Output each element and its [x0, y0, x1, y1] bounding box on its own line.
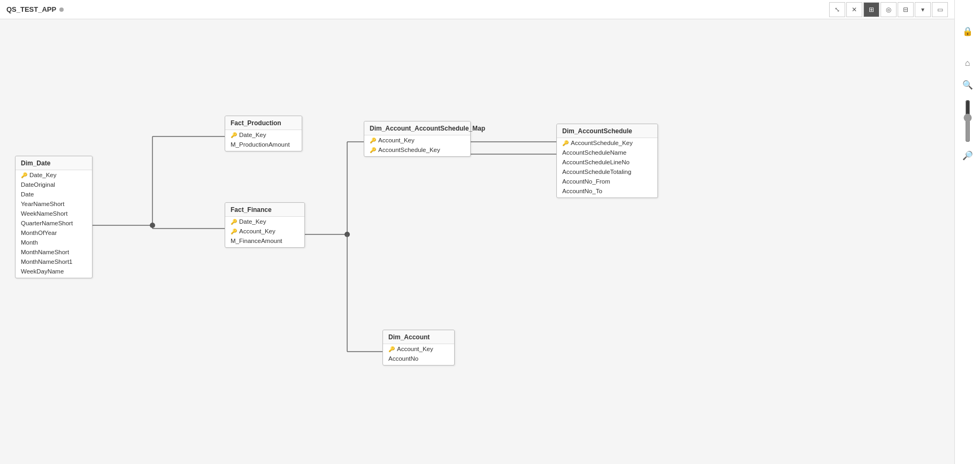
field-monthnameshort: MonthNameShort: [16, 247, 92, 257]
zoom-slider-container: [962, 100, 973, 142]
dim-account-schedule-header: Dim_AccountSchedule: [557, 124, 657, 138]
field-ff-account-key: 🔑 Account_Key: [225, 226, 304, 236]
dim-date-header: Dim_Date: [16, 156, 92, 170]
field-quarternameshort: QuarterNameShort: [16, 218, 92, 228]
lock-icon[interactable]: 🔒: [959, 22, 976, 40]
toolbar-right: ⤡ ✕ ⊞ ◎ ⊟ ▾ ▭: [829, 0, 948, 19]
app-title: QS_TEST_APP: [6, 5, 64, 13]
field-das-accountno-from: AccountNo_From: [557, 177, 657, 186]
layout-dropdown-button[interactable]: ▾: [915, 2, 931, 17]
field-das-schedule-lineno: AccountScheduleLineNo: [557, 157, 657, 167]
table-fact-production[interactable]: Fact_Production 🔑 Date_Key M_ProductionA…: [225, 116, 302, 151]
field-weeknameshort: WeekNameShort: [16, 209, 92, 218]
key-icon-fp: 🔑: [231, 132, 237, 138]
key-icon-da: 🔑: [388, 346, 395, 352]
right-sidebar: 🔒 ⌂ 🔍 🔎: [954, 0, 980, 464]
layout-button[interactable]: ⊟: [898, 2, 914, 17]
zoom-slider[interactable]: [962, 100, 973, 142]
field-das-schedule-totaling: AccountScheduleTotaling: [557, 167, 657, 177]
window-button[interactable]: ▭: [932, 2, 948, 17]
node-button[interactable]: ◎: [881, 2, 897, 17]
field-da-accountno: AccountNo: [383, 354, 454, 365]
app-title-dot: [59, 7, 64, 12]
zoom-in-icon[interactable]: 🔍: [959, 76, 976, 93]
field-das-schedule-name: AccountScheduleName: [557, 148, 657, 157]
dim-account-map-header: Dim_Account_AccountSchedule_Map: [364, 121, 470, 135]
field-monthnameshort1: MonthNameShort1: [16, 257, 92, 267]
home-icon[interactable]: ⌂: [959, 55, 976, 72]
key-icon-ff2: 🔑: [231, 229, 237, 234]
field-month: Month: [16, 238, 92, 247]
field-das-schedule-key: 🔑 AccountSchedule_Key: [557, 138, 657, 148]
table-dim-account-schedule[interactable]: Dim_AccountSchedule 🔑 AccountSchedule_Ke…: [556, 124, 658, 198]
field-ff-finance-amount: M_FinanceAmount: [225, 236, 304, 247]
key-icon-das: 🔑: [562, 140, 569, 146]
field-yearnameshort: YearNameShort: [16, 199, 92, 209]
svg-point-5: [150, 223, 155, 228]
field-fp-production-amount: M_ProductionAmount: [225, 140, 302, 151]
field-dam-schedule-key: 🔑 AccountSchedule_Key: [364, 145, 470, 156]
field-weekdayname: WeekDayName: [16, 267, 92, 278]
fact-finance-header: Fact_Finance: [225, 203, 304, 217]
connections-svg: [0, 19, 954, 464]
grid-button[interactable]: ⊞: [863, 2, 879, 17]
field-ff-date-key: 🔑 Date_Key: [225, 217, 304, 226]
dim-account-header: Dim_Account: [383, 330, 454, 344]
key-icon: 🔑: [21, 172, 27, 178]
zoom-out-icon[interactable]: 🔎: [959, 147, 976, 164]
field-dam-account-key: 🔑 Account_Key: [364, 135, 470, 145]
field-da-account-key: 🔑 Account_Key: [383, 344, 454, 354]
key-icon-ff1: 🔑: [231, 219, 237, 225]
topbar: QS_TEST_APP ⤡ ✕ ⊞ ◎ ⊟ ▾ ▭: [0, 0, 980, 19]
key-icon-dam1: 🔑: [370, 138, 376, 143]
table-dim-account[interactable]: Dim_Account 🔑 Account_Key AccountNo: [382, 330, 455, 366]
canvas: Dim_Date 🔑 Date_Key DateOriginal Date Ye…: [0, 19, 954, 464]
field-date-key: 🔑 Date_Key: [16, 170, 92, 180]
app-title-text: QS_TEST_APP: [6, 5, 56, 13]
key-icon-dam2: 🔑: [370, 147, 376, 153]
field-dateoriginal: DateOriginal: [16, 180, 92, 189]
table-dim-account-map[interactable]: Dim_Account_AccountSchedule_Map 🔑 Accoun…: [364, 121, 471, 157]
disconnect-button[interactable]: ✕: [846, 2, 862, 17]
collapse-button[interactable]: ⤡: [829, 2, 845, 17]
field-date: Date: [16, 189, 92, 199]
svg-point-9: [344, 232, 350, 237]
field-das-accountno-to: AccountNo_To: [557, 186, 657, 197]
table-fact-finance[interactable]: Fact_Finance 🔑 Date_Key 🔑 Account_Key M_…: [225, 202, 305, 248]
field-fp-date-key: 🔑 Date_Key: [225, 130, 302, 140]
table-dim-date[interactable]: Dim_Date 🔑 Date_Key DateOriginal Date Ye…: [15, 156, 93, 278]
fact-production-header: Fact_Production: [225, 116, 302, 130]
field-monthofyear: MonthOfYear: [16, 228, 92, 238]
